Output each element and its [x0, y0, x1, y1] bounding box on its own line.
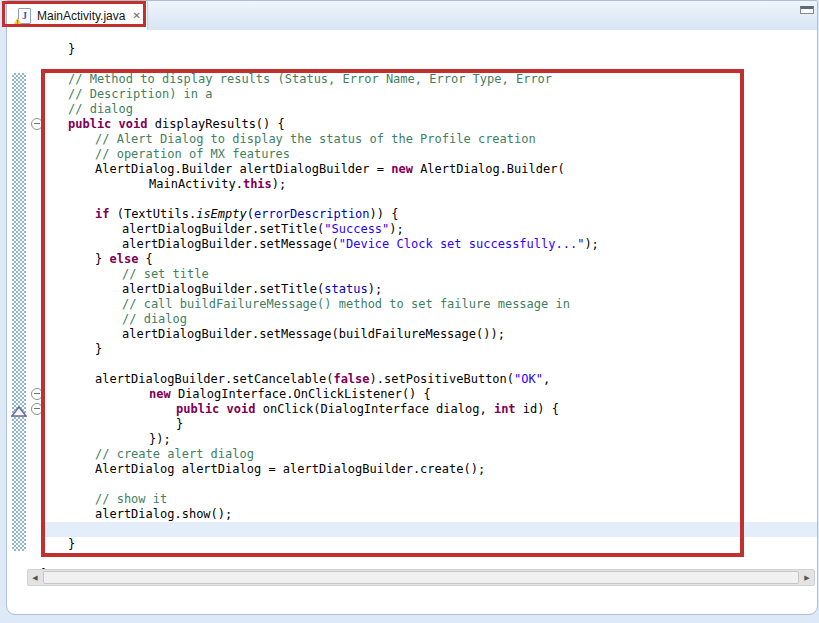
- code-line[interactable]: [41, 522, 817, 537]
- code-line[interactable]: alertDialogBuilder.setMessage("Device Cl…: [41, 237, 817, 252]
- code-line[interactable]: AlertDialog.Builder alertDialogBuilder =…: [41, 162, 817, 177]
- code-line[interactable]: // set title: [41, 267, 817, 282]
- code-line[interactable]: } else {: [41, 252, 817, 267]
- range-indicator-bar: [12, 73, 26, 551]
- code-line[interactable]: }: [41, 537, 817, 552]
- code-line[interactable]: }: [41, 42, 817, 57]
- tab-mainactivity-java[interactable]: J ! MainActivity.java ✕: [7, 1, 148, 30]
- code-line[interactable]: new DialogInterface.OnClickListener() {: [41, 387, 817, 402]
- code-line[interactable]: [41, 477, 817, 492]
- code-line[interactable]: // Alert Dialog to display the status of…: [41, 132, 817, 147]
- code-line[interactable]: public void onClick(DialogInterface dial…: [41, 402, 817, 417]
- code-editor[interactable]: }// Method to display results (Status, E…: [7, 30, 817, 594]
- code-line[interactable]: public void displayResults() {: [41, 117, 817, 132]
- code-line[interactable]: // create alert dialog: [41, 447, 817, 462]
- code-line[interactable]: if (TextUtils.isEmpty(errorDescription))…: [41, 207, 817, 222]
- code-line[interactable]: alertDialogBuilder.setMessage(buildFailu…: [41, 327, 817, 342]
- code-line[interactable]: });: [41, 432, 817, 447]
- code-line[interactable]: alertDialogBuilder.setCancelable(false).…: [41, 372, 817, 387]
- code-line[interactable]: [41, 552, 817, 567]
- java-file-page-icon: J: [18, 8, 31, 24]
- tab-title: MainActivity.java: [37, 9, 125, 23]
- code-line[interactable]: [41, 192, 817, 207]
- code-line[interactable]: }: [41, 417, 817, 432]
- scroll-left-arrow[interactable]: ◀: [28, 570, 42, 585]
- code-line[interactable]: }: [41, 342, 817, 357]
- code-line[interactable]: // dialog: [41, 312, 817, 327]
- last-edit-marker-icon[interactable]: [11, 403, 27, 414]
- code-line[interactable]: // Description) in a: [41, 87, 817, 102]
- scroll-right-arrow[interactable]: ▶: [800, 570, 814, 585]
- scrollbar-thumb[interactable]: [43, 571, 799, 584]
- code-line[interactable]: alertDialogBuilder.setTitle(status);: [41, 282, 817, 297]
- code-line[interactable]: // dialog: [41, 102, 817, 117]
- code-line[interactable]: [41, 357, 817, 372]
- code-line[interactable]: [41, 57, 817, 72]
- editor-window: J ! MainActivity.java ✕ }// Method to di…: [6, 0, 818, 615]
- code-line[interactable]: // operation of MX features: [41, 147, 817, 162]
- code-line[interactable]: alertDialogBuilder.setTitle("Success");: [41, 222, 817, 237]
- code-line[interactable]: // call buildFailureMessage() method to …: [41, 297, 817, 312]
- minimize-view-icon[interactable]: [800, 6, 814, 14]
- java-file-icon: J !: [15, 8, 31, 24]
- code-area[interactable]: }// Method to display results (Status, E…: [41, 30, 817, 582]
- tab-close-icon[interactable]: ✕: [132, 11, 140, 21]
- code-line[interactable]: // show it: [41, 492, 817, 507]
- code-line[interactable]: alertDialog.show();: [41, 507, 817, 522]
- code-line[interactable]: // Method to display results (Status, Er…: [41, 72, 817, 87]
- horizontal-scrollbar[interactable]: ◀ ▶: [27, 569, 815, 586]
- code-line[interactable]: MainActivity.this);: [41, 177, 817, 192]
- editor-tab-bar: J ! MainActivity.java ✕: [7, 1, 817, 31]
- code-line[interactable]: AlertDialog alertDialog = alertDialogBui…: [41, 462, 817, 477]
